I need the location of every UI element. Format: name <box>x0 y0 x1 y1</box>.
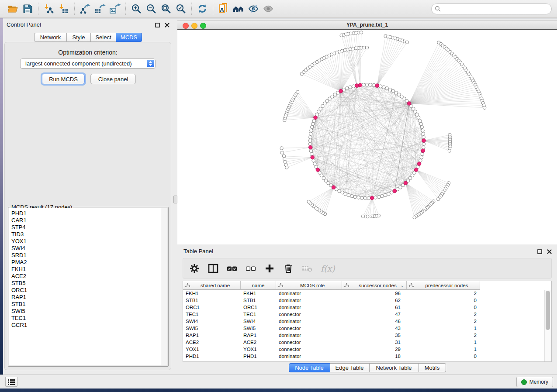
table-row[interactable]: SWI5SWI5connector431 <box>183 325 545 332</box>
select-all-checkboxes-icon[interactable] <box>227 263 237 274</box>
cell-successor-nodes: 18 <box>342 353 407 360</box>
toolbar-separator <box>74 3 75 15</box>
splitter-grip[interactable] <box>173 196 177 203</box>
desktop-wallpaper-bottom <box>0 389 557 392</box>
table-row[interactable]: RAP1RAP1dominator352 <box>183 332 545 339</box>
export-image-icon[interactable] <box>107 2 122 16</box>
mcds-result-item[interactable]: TID3 <box>11 231 161 238</box>
column-header-successor-nodes[interactable]: successor nodes⌄ <box>342 281 407 290</box>
network-window-titlebar[interactable]: YPA_prune.txt_1 <box>177 20 557 30</box>
memory-button[interactable]: Memory <box>516 377 553 387</box>
table-row[interactable]: FKH1FKH1dominator962 <box>183 290 545 297</box>
import-table-icon[interactable] <box>56 2 71 16</box>
delete-columns-trash-icon[interactable] <box>283 263 294 274</box>
show-all-eye-icon[interactable] <box>261 2 276 16</box>
cell-shared-name: ACE2 <box>183 339 241 346</box>
zoom-selected-icon[interactable] <box>173 2 188 16</box>
table-settings-gear-icon[interactable] <box>189 263 200 274</box>
cell-MCDS-role: dominator <box>276 353 342 360</box>
network-view-canvas[interactable] <box>177 30 557 244</box>
zoom-out-icon[interactable] <box>144 2 159 16</box>
table-panel: Table Panel <box>177 244 557 375</box>
mcds-result-item[interactable]: STB1 <box>11 301 161 308</box>
mcds-result-item[interactable]: YOX1 <box>11 238 161 245</box>
zoom-fit-content-icon[interactable] <box>159 2 173 16</box>
cell-predecessor-nodes: 0 <box>407 304 480 311</box>
mcds-result-item[interactable]: RAP1 <box>11 294 161 301</box>
table-row[interactable]: STB1STB1dominator620 <box>183 297 545 304</box>
delete-table-icon[interactable] <box>302 263 312 274</box>
mcds-result-item[interactable]: GCR1 <box>11 322 161 329</box>
tab-network-table[interactable]: Network Table <box>370 363 419 372</box>
mcds-result-item[interactable]: STB5 <box>11 280 161 287</box>
application-window: Control Panel NetworkStyleSelectMCDS Opt… <box>0 0 557 392</box>
table-row[interactable]: TEC1TEC1connector472 <box>183 311 545 318</box>
mcds-result-item[interactable]: CAR1 <box>11 217 161 224</box>
refresh-view-icon[interactable] <box>195 2 210 16</box>
open-file-icon[interactable] <box>5 2 20 16</box>
tab-mcds[interactable]: MCDS <box>116 33 142 42</box>
table-row[interactable]: YOX1YOX1connector291 <box>183 346 545 353</box>
status-task-list-button[interactable] <box>5 377 17 387</box>
mcds-result-item[interactable]: TEC1 <box>11 315 161 322</box>
close-panel-icon[interactable] <box>165 21 170 29</box>
mcds-tab-content: Optimization criterion: largest connecte… <box>4 42 171 370</box>
tab-network[interactable]: Network <box>34 33 67 42</box>
run-mcds-button[interactable]: Run MCDS <box>42 74 85 84</box>
float-panel-icon[interactable] <box>155 21 160 29</box>
mcds-result-item[interactable]: FKH1 <box>11 266 161 273</box>
mcds-result-item[interactable]: SWI4 <box>11 245 161 252</box>
mcds-list-scrollbar[interactable] <box>161 208 167 365</box>
mcds-result-item[interactable]: PMA2 <box>11 259 161 266</box>
mcds-result-group: MCDS result (17 nodes) PHD1CAR1STP4TID3Y… <box>8 207 169 367</box>
mcds-result-item[interactable]: ACE2 <box>11 273 161 280</box>
cell-shared-name: SWI4 <box>183 318 241 325</box>
network-graph[interactable] <box>177 30 557 244</box>
export-table-icon[interactable] <box>93 2 107 16</box>
import-network-icon[interactable] <box>42 2 56 16</box>
deselect-all-checkboxes-icon[interactable] <box>246 263 256 274</box>
clone-network-icon[interactable] <box>216 2 231 16</box>
mcds-result-item[interactable]: PHD1 <box>11 210 161 217</box>
table-row[interactable]: PHD1PHD1dominator180 <box>183 353 545 360</box>
mcds-result-item[interactable]: STP4 <box>11 224 161 231</box>
column-header-MCDS-role[interactable]: MCDS role <box>276 281 342 290</box>
table-scrollbar-thumb[interactable] <box>546 291 550 330</box>
cell-successor-nodes: 46 <box>342 318 407 325</box>
tab-select[interactable]: Select <box>91 33 116 42</box>
hide-selected-eye-icon[interactable] <box>246 2 261 16</box>
cell-predecessor-nodes: 1 <box>407 339 480 346</box>
float-table-panel-icon[interactable] <box>537 248 542 256</box>
cell-MCDS-role: dominator <box>276 297 342 304</box>
tab-style[interactable]: Style <box>67 33 91 42</box>
search-input[interactable] <box>431 3 552 14</box>
tab-edge-table[interactable]: Edge Table <box>330 363 370 372</box>
group-nodes-icon[interactable] <box>231 2 246 16</box>
node-table-header: shared namenameMCDS rolesuccessor nodes⌄… <box>183 281 480 290</box>
tab-motifs[interactable]: Motifs <box>419 363 446 372</box>
close-table-panel-icon[interactable] <box>547 248 552 256</box>
table-row[interactable]: ORC1ORC1dominator610 <box>183 304 545 311</box>
mcds-result-item[interactable]: SRD1 <box>11 252 161 259</box>
show-columns-icon[interactable] <box>208 263 218 274</box>
mcds-result-item[interactable]: ORC1 <box>11 287 161 294</box>
table-row[interactable]: ACE2ACE2connector311 <box>183 339 545 346</box>
column-header-predecessor-nodes[interactable]: predecessor nodes <box>407 281 480 290</box>
column-header-name[interactable]: name <box>241 281 276 290</box>
optimization-criterion-select[interactable]: largest connected component (undirected) <box>20 58 156 69</box>
save-session-icon[interactable] <box>20 2 35 16</box>
column-header-shared-name[interactable]: shared name <box>183 281 241 290</box>
zoom-in-icon[interactable] <box>129 2 144 16</box>
table-vertical-scrollbar[interactable] <box>544 290 551 361</box>
export-network-icon[interactable] <box>78 2 93 16</box>
tab-node-table[interactable]: Node Table <box>289 363 330 372</box>
control-panel-tabs: NetworkStyleSelectMCDS <box>3 33 173 42</box>
close-panel-button[interactable]: Close panel <box>90 74 136 84</box>
memory-label: Memory <box>529 379 548 385</box>
mcds-result-item[interactable]: SWI5 <box>11 308 161 315</box>
add-column-icon[interactable] <box>264 263 275 274</box>
table-row[interactable]: SWI4SWI4dominator462 <box>183 318 545 325</box>
cell-shared-name: FKH1 <box>183 290 241 297</box>
mcds-result-list[interactable]: PHD1CAR1STP4TID3YOX1SWI4SRD1PMA2FKH1ACE2… <box>9 208 161 365</box>
cell-MCDS-role: connector <box>276 325 342 332</box>
